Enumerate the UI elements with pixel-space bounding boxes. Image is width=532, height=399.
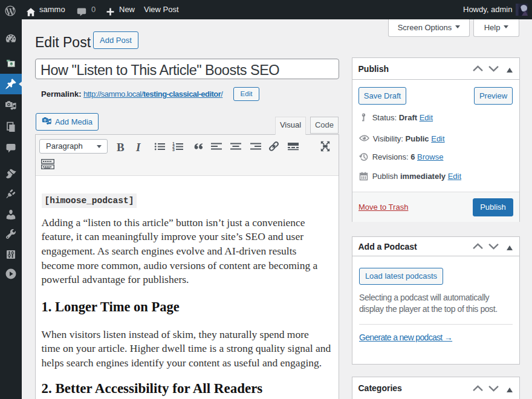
svg-text:3: 3	[172, 148, 175, 152]
